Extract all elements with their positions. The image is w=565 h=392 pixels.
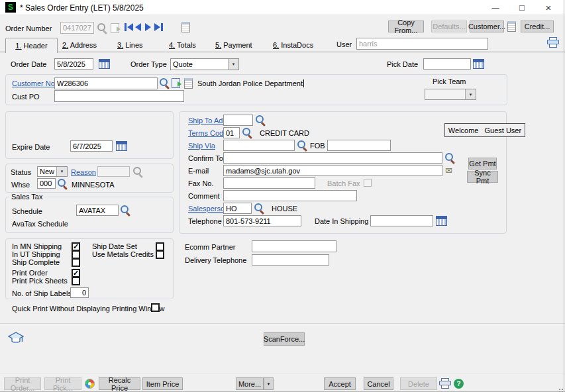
cust-po-input[interactable]	[54, 90, 184, 102]
order-memo-icon[interactable]	[181, 22, 190, 32]
fob-input[interactable]	[327, 140, 391, 151]
terms-code-search-icon[interactable]	[242, 128, 253, 138]
salesperson-search-icon[interactable]	[254, 203, 265, 214]
reason-input[interactable]	[97, 166, 130, 177]
order-number-search-icon[interactable]	[97, 23, 108, 34]
terms-code-link[interactable]: Terms Code	[188, 129, 227, 137]
cancel-button[interactable]: Cancel	[364, 377, 393, 390]
resize-grip[interactable]	[558, 385, 563, 390]
delete-button[interactable]: Delete	[400, 377, 437, 390]
nav-first-button[interactable]	[125, 23, 133, 31]
expire-date-input[interactable]	[70, 140, 113, 152]
nav-next-button[interactable]	[145, 23, 151, 31]
ship-to-addr-input[interactable]	[223, 115, 253, 126]
customer-memo-icon[interactable]	[507, 21, 516, 32]
tab-totals[interactable]: 4. Totals	[169, 41, 196, 49]
confirm-to-search-icon[interactable]	[445, 153, 456, 164]
pick-date-input[interactable]	[423, 58, 471, 70]
no-ship-labels-input[interactable]	[70, 287, 89, 298]
sync-pmt-button[interactable]: Sync Pmt	[467, 171, 498, 183]
customer-no-link[interactable]: Customer No.	[12, 79, 57, 87]
customer-search-icon[interactable]	[160, 78, 170, 89]
expire-date-calendar-icon[interactable]	[116, 141, 127, 151]
ship-to-addr-search-icon[interactable]	[256, 115, 266, 126]
print-icon[interactable]	[439, 378, 451, 389]
order-date-calendar-icon[interactable]	[99, 59, 110, 69]
order-type-select[interactable]: Quote ▼	[170, 58, 239, 70]
item-price-button[interactable]: Item Price	[142, 377, 183, 390]
terms-code-input[interactable]	[223, 127, 240, 138]
user-input[interactable]	[356, 38, 488, 50]
chevron-down-icon[interactable]: ▼	[465, 89, 476, 99]
minimize-button[interactable]: —	[482, 0, 509, 15]
schedule-input[interactable]	[76, 205, 119, 216]
tab-payment[interactable]: 5. Payment	[215, 41, 252, 49]
quick-print-checkbox[interactable]: ✓	[151, 303, 160, 312]
scanforce-button[interactable]: ScanForce...	[264, 332, 305, 346]
tab-header[interactable]: 1. Header	[5, 38, 58, 53]
use-metals-credits-checkbox[interactable]: ✓	[156, 250, 164, 259]
batch-fax-checkbox[interactable]: ✓	[364, 179, 372, 187]
ship-complete-checkbox[interactable]: ✓	[72, 258, 80, 267]
delivery-telephone-input[interactable]	[252, 254, 329, 266]
copy-from-button[interactable]: Copy From...	[388, 21, 424, 32]
print-order-button[interactable]: Print Order...	[4, 377, 41, 390]
salesperson-link[interactable]: Salesperson	[188, 205, 229, 213]
ship-via-input[interactable]	[223, 140, 295, 151]
close-button[interactable]: ×	[535, 0, 562, 15]
whse-input[interactable]	[37, 178, 56, 189]
email-input[interactable]	[223, 165, 442, 176]
tab-address[interactable]: 2. Address	[62, 41, 97, 49]
in-ut-shipping-label: In UT Shipping	[12, 250, 60, 258]
comment-label: Comment	[188, 192, 220, 200]
reason-search-icon[interactable]	[133, 167, 144, 177]
print-pick-button[interactable]: Print Pick...	[44, 377, 81, 390]
reason-link[interactable]: Reason	[71, 168, 96, 176]
date-in-shipping-input[interactable]	[370, 215, 433, 226]
more-dropdown-button[interactable]: ▼	[264, 377, 274, 390]
defaults-button[interactable]: Defaults...	[431, 21, 467, 32]
tab-lines[interactable]: 3. Lines	[117, 41, 143, 49]
accept-button[interactable]: Accept	[324, 377, 356, 390]
customer-button[interactable]: Customer...	[470, 21, 504, 32]
help-icon[interactable]: ?	[454, 379, 464, 389]
confirm-to-input[interactable]	[223, 152, 442, 164]
maximize-button[interactable]: □	[509, 0, 535, 15]
get-pmt-button[interactable]: Get Pmt	[468, 158, 497, 170]
print-pick-sheets-checkbox[interactable]: ✓	[72, 277, 80, 285]
terms-code-name-text: CREDIT CARD	[260, 129, 309, 137]
email-envelope-icon[interactable]: ✉	[445, 167, 452, 175]
pick-date-calendar-icon[interactable]	[473, 59, 484, 69]
customer-copy-icon[interactable]	[172, 78, 180, 88]
ecomm-partner-input[interactable]	[252, 240, 336, 252]
whse-search-icon[interactable]	[58, 179, 68, 189]
recalc-price-button[interactable]: Recalc Price	[99, 377, 140, 390]
price-wheel-icon[interactable]	[85, 379, 95, 389]
telephone-input[interactable]	[223, 215, 301, 226]
nav-previous-button[interactable]	[135, 23, 141, 31]
date-in-shipping-calendar-icon[interactable]	[436, 216, 447, 226]
order-number-label: Order Number	[5, 24, 52, 32]
more-button[interactable]: More...	[236, 377, 264, 390]
status-value: New	[40, 168, 54, 175]
chevron-down-icon[interactable]: ▼	[56, 167, 67, 176]
pick-team-select[interactable]: ▼	[425, 89, 476, 100]
ship-via-search-icon[interactable]	[297, 140, 308, 151]
customer-memo2-icon[interactable]	[184, 78, 193, 89]
order-number-input[interactable]	[60, 22, 94, 34]
tab-instadocs[interactable]: 6. InstaDocs	[273, 41, 313, 49]
salesperson-input[interactable]	[223, 203, 252, 214]
status-select[interactable]: New ▼	[37, 166, 68, 177]
paperless-printer-icon[interactable]	[547, 37, 559, 48]
comment-input[interactable]	[223, 190, 357, 201]
schedule-search-icon[interactable]	[121, 205, 131, 216]
fax-no-input[interactable]	[223, 177, 315, 189]
order-date-input[interactable]	[54, 58, 93, 70]
training-cap-icon[interactable]	[8, 332, 24, 347]
credit-button[interactable]: Credit...	[521, 21, 554, 32]
chevron-down-icon[interactable]: ▼	[228, 59, 238, 70]
ship-via-link[interactable]: Ship Via	[188, 142, 215, 150]
nav-last-button[interactable]	[154, 23, 163, 31]
next-order-number-icon[interactable]	[111, 23, 119, 33]
customer-no-input[interactable]	[54, 77, 158, 89]
